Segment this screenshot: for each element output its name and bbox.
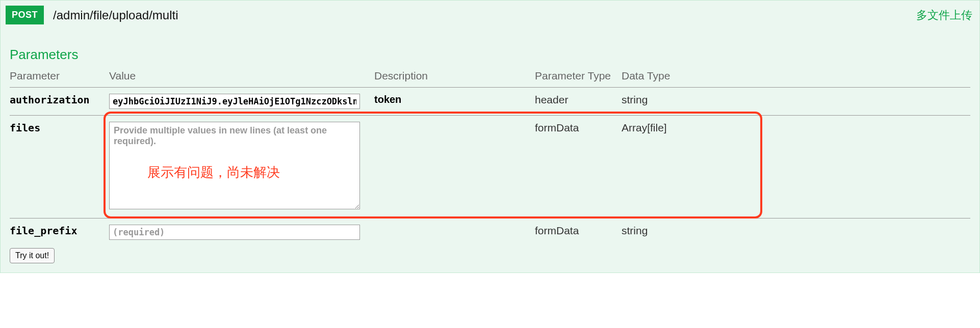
param-name-authorization: authorization bbox=[10, 94, 90, 106]
operation-summary: 多文件上传 bbox=[916, 8, 972, 23]
param-description: token bbox=[374, 94, 401, 105]
files-input[interactable] bbox=[109, 122, 360, 209]
parameters-heading: Parameters bbox=[10, 47, 970, 63]
param-data-type: string bbox=[622, 225, 648, 236]
param-type: formData bbox=[535, 225, 579, 236]
table-row: files formData Array[file] bbox=[10, 116, 970, 218]
col-header-parameter-type: Parameter Type bbox=[535, 66, 622, 88]
col-header-description: Description bbox=[374, 66, 535, 88]
authorization-input[interactable] bbox=[109, 94, 360, 109]
param-type: formData bbox=[535, 122, 579, 133]
operation-header[interactable]: POST /admin/file/upload/multi 多文件上传 bbox=[1, 1, 979, 30]
endpoint-path: /admin/file/upload/multi bbox=[53, 8, 916, 22]
col-header-parameter: Parameter bbox=[10, 66, 109, 88]
try-it-out-button[interactable]: Try it out! bbox=[10, 248, 55, 263]
param-data-type: Array[file] bbox=[622, 122, 667, 133]
param-name-files: files bbox=[10, 122, 40, 134]
table-row: authorization token header string bbox=[10, 88, 970, 116]
file-prefix-input[interactable] bbox=[109, 225, 360, 240]
param-type: header bbox=[535, 94, 568, 105]
operation-content: Parameters Parameter Value Description P… bbox=[1, 47, 979, 272]
api-operation-panel: POST /admin/file/upload/multi 多文件上传 Para… bbox=[0, 0, 980, 273]
parameters-table: Parameter Value Description Parameter Ty… bbox=[10, 66, 970, 246]
param-name-file-prefix: file_prefix bbox=[10, 225, 77, 237]
table-row: file_prefix formData string bbox=[10, 218, 970, 247]
col-header-value: Value bbox=[109, 66, 374, 88]
http-method-badge: POST bbox=[6, 6, 44, 24]
param-data-type: string bbox=[622, 94, 648, 105]
col-header-data-type: Data Type bbox=[622, 66, 970, 88]
